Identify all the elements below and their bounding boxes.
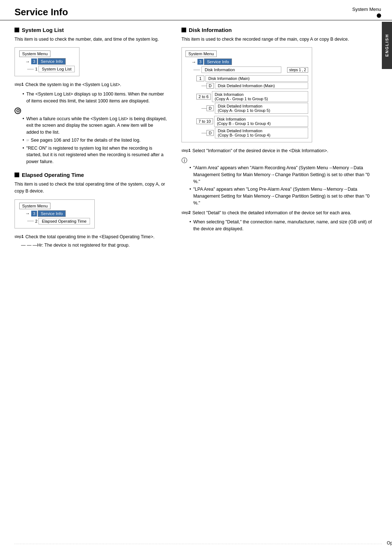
elapsed-heading: Elapsed Operating Time — [15, 172, 167, 178]
elapsed-body: This item is used to check the total ope… — [15, 181, 167, 195]
disk-label-2d: Disk Detailed Information(Copy A- Group … — [215, 103, 308, 114]
disk-service-info-box: Service Info — [204, 58, 232, 65]
disk-sub-row: Disk Information steps 1 , 2 — [193, 66, 308, 73]
disk-item-2d: D Disk Detailed Information(Copy A- Grou… — [201, 103, 308, 114]
left-column: System Log List This item is used to che… — [15, 27, 178, 249]
step1-disk: step1 Select "Information" of the desire… — [181, 147, 374, 154]
disk-item-1d: D Disk Detailed Information (Main) — [201, 82, 308, 89]
disk-diagram: System Menu → 3 Service Info Disk Inform… — [181, 47, 312, 142]
system-menu-label: System Menu — [352, 7, 381, 12]
step1-text: Check the system log in the <System Log … — [25, 81, 167, 88]
elapsed-sub-line — [27, 221, 34, 221]
note-bullet-1: • When a failure occurs while the <Syste… — [23, 116, 167, 136]
arrow-icon: → — [25, 59, 30, 64]
footer-label: Operations — [387, 540, 392, 546]
diagram-top-box: System Menu — [19, 50, 50, 57]
disk-sub-item-box: Disk Information — [201, 66, 281, 73]
elapsed-sub-num: 2 — [35, 219, 37, 223]
arrow-num: 3 — [31, 58, 37, 64]
step1-system-log: step1 Check the system log in the <Syste… — [15, 81, 167, 88]
disk-arrow-icon: → — [191, 59, 196, 65]
disk-step2-text: Select "Detail" to check the detailed in… — [192, 210, 374, 216]
sub-line — [27, 69, 34, 69]
disk-info-heading: Disk Information — [181, 27, 374, 33]
caution-block: ⓘ — [181, 157, 374, 165]
elapsed-sub-item-box: Elapsed Operating Time — [38, 218, 90, 224]
sub-num: 1 — [35, 67, 37, 71]
disk-arrow-row: → 3 Service Info — [190, 58, 308, 65]
disk-step2-label: step2 — [181, 210, 191, 216]
step1-label: step1 — [15, 81, 24, 88]
elapsed-diagram-top: System Menu — [19, 203, 50, 209]
footer-dots: ........................................… — [15, 542, 383, 544]
bullet-item: • The <System Log List> displays up to 1… — [23, 91, 167, 105]
main-content: System Log List This item is used to che… — [0, 20, 392, 249]
disk-info-body: This item is used to check the recorded … — [181, 36, 374, 43]
disk-d-1: D — [207, 83, 214, 89]
disk-num-3: 7 to 10 — [196, 118, 213, 124]
step1-elapsed: step1 Check the total operating time in … — [15, 234, 167, 240]
disk-d-3: D — [207, 130, 214, 136]
elapsed-dash: — — —Hr: The device is not registered fo… — [21, 243, 167, 248]
page-footer: ........................................… — [0, 538, 392, 548]
step2-bullet-1: • When selecting "Detail," the connectio… — [189, 219, 374, 232]
steps-badge: steps 1 , 2 — [287, 67, 308, 73]
disk-top-row: System Menu — [185, 50, 308, 57]
disk-label-2: Disk Information(Copy A - Group 1 to Gro… — [212, 91, 308, 102]
side-tab-english: ENGLISH — [382, 22, 392, 69]
disk-arrow-num: 3 — [197, 59, 203, 65]
caution-bullets: • "Alarm Area" appears when "Alarm Recor… — [189, 165, 374, 207]
disk-label-1: Disk Information (Main) — [205, 75, 308, 82]
note-bullets: • When a failure occurs while the <Syste… — [23, 116, 167, 165]
caution-icon: ⓘ — [181, 157, 187, 165]
step2-disk: step2 Select "Detail" to check the detai… — [181, 210, 374, 216]
disk-item-3d: D Disk Detailed Information(Copy B- Grou… — [201, 127, 308, 138]
elapsed-step1-label: step1 — [15, 234, 24, 240]
page-header: Service Info System Menu — [0, 0, 392, 20]
note-icon: ⊙ — [15, 108, 21, 114]
note-block: ⊙ — [15, 108, 167, 116]
sub-item-box: System Log List — [38, 66, 75, 72]
elapsed-arrow-num: 3 — [31, 211, 37, 216]
elapsed-step1-text: Check the total operating time in the <E… — [25, 234, 167, 240]
step1-bullets: • The <System Log List> displays up to 1… — [23, 91, 167, 105]
caution-bullet-2: • "LPA Area" appears when "Long Pre-Alar… — [189, 186, 374, 206]
disk-item-1: 1 Disk Information (Main) — [196, 75, 308, 82]
system-log-body: This item is used to check the number, d… — [15, 36, 167, 43]
header-dot — [377, 13, 381, 18]
disk-item-3: 7 to 10 Disk Information(Copy B - Group … — [196, 116, 308, 127]
right-column: Disk Information This item is used to ch… — [178, 27, 374, 249]
disk-step1-text: Select "Information" of the desired devi… — [192, 147, 374, 154]
disk-num-1: 1 — [196, 76, 204, 81]
note-bullet-3: • "REC ON" is registered to system log l… — [23, 145, 167, 165]
page-title: Service Info — [15, 7, 68, 20]
header-right: System Menu — [352, 7, 381, 18]
disk-top-box: System Menu — [185, 50, 217, 57]
disk-d-2: D — [207, 105, 214, 111]
disk-label-3: Disk Information(Copy B - Group 1 to Gro… — [214, 116, 308, 127]
caution-bullet-1: • "Alarm Area" appears when "Alarm Recor… — [189, 165, 374, 185]
system-log-heading: System Log List — [15, 27, 167, 33]
disk-item-2: 2 to 6 Disk Information(Copy A - Group 1… — [196, 91, 308, 102]
elapsed-diagram: System Menu → 3 Service Info 2 Elapsed O… — [15, 199, 95, 228]
disk-items: 1 Disk Information (Main) D Disk Detaile… — [196, 75, 308, 138]
step2-bullets: • When selecting "Detail," the connectio… — [189, 219, 374, 232]
system-log-diagram: System Menu → 3 Service Info 1 System Lo… — [15, 47, 79, 76]
elapsed-arrow-icon: → — [25, 211, 30, 216]
disk-step1-label: step1 — [181, 147, 191, 154]
note-bullet-2: • ☞ See pages 106 and 107 for the detail… — [23, 137, 167, 144]
service-info-box: Service Info — [38, 58, 66, 65]
elapsed-service-info-box: Service Info — [38, 210, 66, 217]
disk-num-2: 2 to 6 — [196, 94, 211, 100]
disk-label-3d: Disk Detailed Information(Copy B- Group … — [215, 127, 308, 138]
disk-label-1d: Disk Detailed Information (Main) — [215, 82, 308, 89]
